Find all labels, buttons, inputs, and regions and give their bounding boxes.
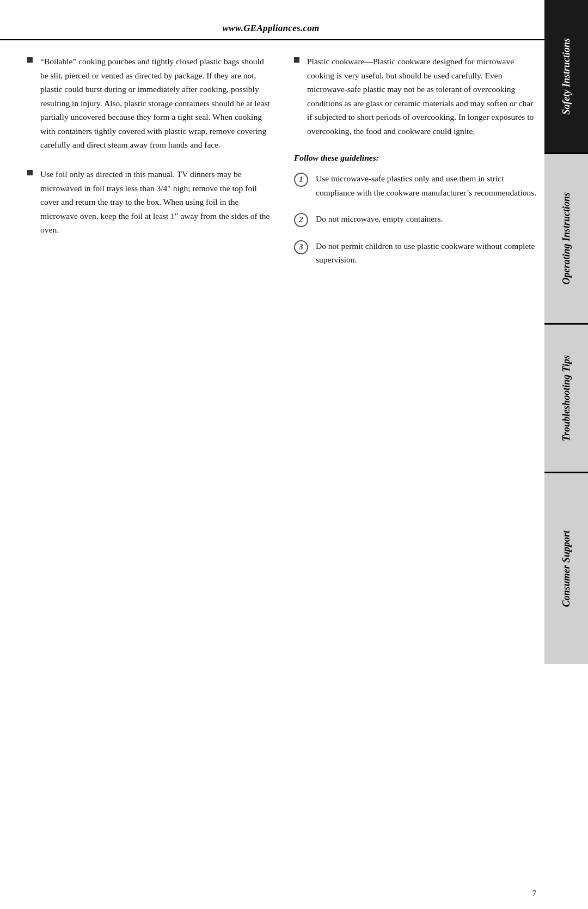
sidebar-label-troubleshooting: Troubleshooting Tips [561,355,572,441]
bullet-text-2: Use foil only as directed in this manual… [40,167,272,237]
numbered-item-3: 3 Do not permit children to use plastic … [294,239,539,267]
numbered-text-2: Do not microwave, empty containers. [316,212,443,226]
bullet-item-1: “Boilable” cooking pouches and tightly c… [27,54,272,152]
left-column: “Boilable” cooking pouches and tightly c… [27,44,272,882]
numbered-item-2: 2 Do not microwave, empty containers. [294,212,539,227]
right-sidebar: Safety Instructions Operating Instructio… [544,0,588,909]
top-rule [0,39,544,40]
bullet-text-1: “Boilable” cooking pouches and tightly c… [40,54,272,152]
bullet-square-intro [294,57,299,63]
numbered-text-1: Use microwave-safe plastics only and use… [316,172,539,199]
sidebar-section-operating: Operating Instructions [544,154,588,323]
bullet-item-2: Use foil only as directed in this manual… [27,167,272,237]
sidebar-section-safety: Safety Instructions [544,0,588,152]
sidebar-label-safety: Safety Instructions [561,38,572,115]
sidebar-section-troubleshooting: Troubleshooting Tips [544,325,588,472]
sidebar-section-consumer: Consumer Support [544,473,588,664]
bullet-square-1 [27,57,33,63]
bullet-text-intro: Plastic cookware—Plastic cookware design… [307,54,539,138]
number-circle-2: 2 [294,213,308,227]
sidebar-label-consumer: Consumer Support [561,530,572,607]
follow-guidelines-label: Follow these guidelines: [294,153,539,163]
bullet-square-2 [27,170,33,175]
right-column: Plastic cookware—Plastic cookware design… [294,44,539,882]
numbered-text-3: Do not permit children to use plastic co… [316,239,539,267]
page-container: www.GEAppliances.com Safety Instructions… [0,0,588,909]
sidebar-label-operating: Operating Instructions [561,192,572,285]
page-number: 7 [532,889,537,898]
numbered-item-1: 1 Use microwave-safe plastics only and u… [294,172,539,199]
number-circle-1: 1 [294,173,308,187]
main-content: “Boilable” cooking pouches and tightly c… [27,44,539,882]
number-circle-3: 3 [294,240,308,254]
website-url: www.GEAppliances.com [0,23,542,34]
bullet-item-intro: Plastic cookware—Plastic cookware design… [294,54,539,138]
